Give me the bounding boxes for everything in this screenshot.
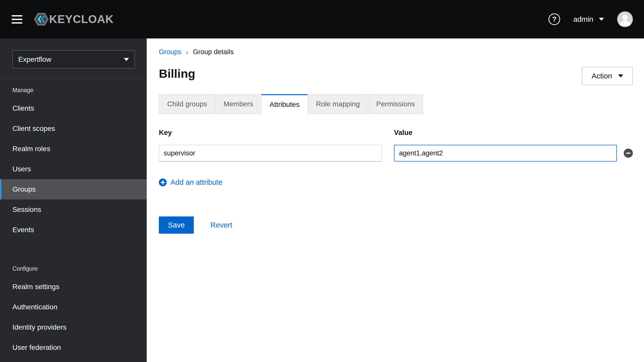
keycloak-admin-console: KEYCLOAK ? admin Expertflow	[0, 0, 644, 362]
sidebar-item-events[interactable]: Events	[0, 220, 147, 240]
form-actions: Save Revert	[159, 216, 633, 234]
plus-circle-icon	[159, 178, 167, 186]
breadcrumb: Groups Group details	[159, 48, 633, 56]
chevron-down-icon	[599, 18, 604, 21]
breadcrumb-current: Group details	[193, 48, 234, 56]
attribute-value-input[interactable]	[394, 145, 617, 162]
tab-bar: Child groups Members Attributes Role map…	[159, 94, 633, 114]
realm-name: Expertflow	[18, 55, 51, 64]
nav-section-configure: Configure	[0, 240, 147, 277]
add-attribute-label: Add an attribute	[171, 178, 222, 187]
user-name: admin	[573, 15, 593, 24]
sidebar-item-client-scopes[interactable]: Client scopes	[0, 118, 147, 139]
masthead: KEYCLOAK ? admin	[0, 0, 644, 38]
attributes-table-header: Key Value	[159, 129, 633, 137]
chevron-down-icon	[124, 58, 129, 61]
tab-members[interactable]: Members	[215, 94, 261, 114]
tab-child-groups[interactable]: Child groups	[159, 94, 215, 114]
sidebar: Expertflow Manage Clients Client scopes …	[0, 38, 147, 362]
keycloak-logo: KEYCLOAK	[34, 12, 114, 27]
chevron-down-icon	[618, 74, 623, 77]
page-title: Billing	[159, 67, 633, 81]
main-content: Groups Group details Billing Action Chil…	[147, 38, 644, 362]
nav-toggle-button[interactable]	[11, 14, 23, 25]
brand-text: KEYCLOAK	[49, 13, 114, 26]
masthead-right: ? admin	[548, 11, 633, 27]
key-column-header: Key	[159, 129, 172, 136]
user-menu[interactable]: admin	[573, 15, 604, 24]
help-icon[interactable]: ?	[548, 13, 560, 25]
sidebar-item-clients[interactable]: Clients	[0, 98, 147, 118]
breadcrumb-separator-icon	[186, 48, 188, 56]
sidebar-item-realm-roles[interactable]: Realm roles	[0, 139, 147, 159]
sidebar-item-identity-providers[interactable]: Identity providers	[0, 317, 147, 337]
sidebar-item-authentication[interactable]: Authentication	[0, 297, 147, 317]
revert-button[interactable]: Revert	[211, 221, 232, 229]
attribute-row	[159, 145, 633, 162]
keycloak-logo-icon	[34, 12, 49, 27]
action-label: Action	[592, 72, 612, 80]
sidebar-item-users[interactable]: Users	[0, 159, 147, 179]
save-button[interactable]: Save	[159, 216, 194, 234]
remove-attribute-button[interactable]	[624, 149, 633, 158]
realm-selector[interactable]: Expertflow	[12, 50, 135, 68]
nav-section-manage: Manage	[0, 79, 147, 98]
value-column-header: Value	[394, 129, 412, 136]
tab-attributes[interactable]: Attributes	[261, 94, 308, 114]
sidebar-item-sessions[interactable]: Sessions	[0, 199, 147, 220]
attribute-key-input[interactable]	[159, 145, 382, 162]
breadcrumb-link-groups[interactable]: Groups	[159, 48, 181, 56]
sidebar-item-realm-settings[interactable]: Realm settings	[0, 277, 147, 297]
sidebar-nav: Manage Clients Client scopes Realm roles…	[0, 79, 147, 358]
avatar[interactable]	[617, 11, 633, 27]
sidebar-item-user-federation[interactable]: User federation	[0, 337, 147, 358]
add-attribute-link[interactable]: Add an attribute	[159, 178, 222, 187]
minus-circle-icon	[624, 149, 633, 158]
tab-permissions[interactable]: Permissions	[368, 94, 423, 114]
tab-role-mapping[interactable]: Role mapping	[308, 94, 368, 114]
sidebar-item-groups[interactable]: Groups	[0, 179, 147, 199]
action-dropdown-button[interactable]: Action	[582, 67, 633, 85]
realm-selector-wrap: Expertflow	[0, 38, 147, 79]
